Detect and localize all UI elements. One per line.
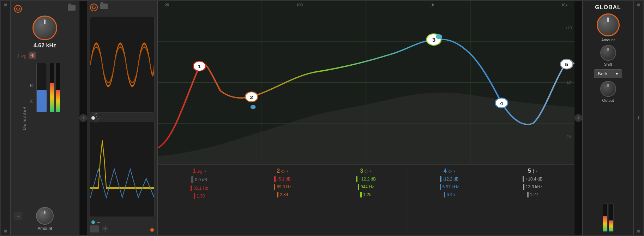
band-4-shape-icon[interactable]: ◇	[448, 168, 452, 174]
band-5-freq-row: 13.3 kHz	[493, 184, 573, 190]
de-esser-vertical-label: DE-ESSER	[23, 106, 26, 130]
filter-shape-active[interactable]: ₄╗	[21, 53, 26, 58]
add-plugin-left-button[interactable]: +	[79, 114, 87, 122]
band-4-freq-indicator	[440, 184, 441, 190]
de-esser-amount-label: Amount	[37, 226, 52, 231]
global-shift-knob[interactable]	[600, 45, 616, 61]
band-1-col: 1 ₄╗ ▾ 0.0 dB 36.1 Hz 1.30	[158, 165, 241, 235]
band-1-freq-row: 36.1 Hz	[159, 185, 239, 191]
fader-labels: - 10 20	[29, 63, 33, 112]
svg-text:3: 3	[432, 37, 435, 43]
band-3-q-row: 1.25	[326, 192, 406, 197]
global-amount-label: Amount	[601, 38, 615, 42]
arrow-circle-2	[91, 220, 95, 224]
eq5-folder-button[interactable]	[100, 4, 108, 9]
de-esser-power-button[interactable]	[14, 5, 22, 13]
strip-dot-top	[4, 4, 7, 6]
de-esser-key-button[interactable]: ⊸	[14, 212, 22, 220]
global-shift-label: Shift	[604, 62, 612, 66]
band-1-gain-indicator	[191, 176, 193, 183]
global-vu-left	[603, 203, 608, 232]
eq5-add-button[interactable]: +	[102, 225, 108, 232]
de-esser-freq-display: 4.62 kHz	[34, 42, 56, 49]
svg-text:1: 1	[198, 64, 201, 69]
de-esser-freq-knob[interactable]	[32, 16, 57, 40]
band-5-col: 5 ⟨ ▾ +10.4 dB 13.3 kHz 1.27	[491, 165, 574, 235]
band-3-gain-row: +12.2 dB	[326, 176, 406, 182]
band-2-col: 2 ◇ ▾ -5.1 dB 69.3 Hz 2.84	[241, 165, 324, 235]
band-5-shape-icon[interactable]: ⟨	[532, 168, 534, 174]
eq5-status-dot	[150, 228, 154, 232]
band-2-q[interactable]: 2.84	[280, 192, 288, 197]
band-3-freq-indicator	[358, 184, 359, 190]
eq5-power-button[interactable]	[90, 4, 98, 11]
both-label: Both	[598, 71, 607, 76]
filter-shape-low[interactable]: ∫	[18, 53, 19, 58]
eq-curve-display[interactable]: 20 100 1k 10k +20 -10 -20	[158, 1, 574, 165]
band-1-number: 1	[193, 168, 196, 174]
band-3-q-indicator	[360, 192, 362, 197]
eq5-window-button[interactable]	[90, 225, 99, 232]
svg-text:5: 5	[565, 62, 568, 67]
band-4-q[interactable]: 6.45	[447, 192, 455, 197]
fader-handle[interactable]	[37, 90, 47, 94]
add-plugin-right-button[interactable]: +	[574, 114, 582, 122]
band-2-shape-icon[interactable]: ◇	[281, 168, 285, 174]
band-5-freq[interactable]: 13.3 kHz	[526, 184, 542, 189]
band-4-gain[interactable]: -12.2 dB	[443, 177, 459, 182]
band-1-header: 1 ₄╗ ▾	[193, 168, 206, 174]
eq5-vertical-label: EQ-5	[94, 112, 98, 123]
global-amount-knob[interactable]	[597, 13, 620, 36]
band-1-gain[interactable]: 0.0 dB	[195, 177, 207, 182]
band-2-freq-row: 69.3 Hz	[242, 184, 323, 190]
de-esser-mute-button[interactable]: 🔇	[29, 52, 36, 59]
band-4-gain-row: -12.2 dB	[409, 176, 489, 182]
global-vu-bar-left	[603, 216, 607, 231]
band-2-q-indicator	[277, 192, 278, 197]
band-4-freq[interactable]: 5.97 kHz	[443, 184, 459, 189]
band-2-freq-indicator	[274, 184, 275, 190]
fader-track[interactable]	[36, 63, 47, 112]
eq5-arrow-right-2[interactable]: →	[90, 219, 155, 225]
key-icon: ⊸	[17, 214, 19, 218]
band-5-gain[interactable]: +10.4 dB	[525, 177, 542, 182]
band-1-freq[interactable]: 36.1 Hz	[193, 186, 208, 191]
eq-curve-svg: 1 2 3 4 5	[158, 1, 574, 164]
right-strip-plus[interactable]: +	[637, 114, 640, 122]
global-vu-bar-right	[609, 220, 613, 231]
band-2-freq[interactable]: 69.3 Hz	[277, 184, 291, 189]
both-dropdown[interactable]: Both ▾	[594, 69, 622, 78]
band-2-q-row: 2.84	[242, 192, 323, 197]
band-5-q[interactable]: 1.27	[530, 192, 538, 197]
band-1-dropdown[interactable]: ▾	[204, 169, 206, 173]
band-5-header: 5 ⟨ ▾	[528, 168, 537, 174]
global-output-label: Output	[602, 98, 614, 102]
eq5-panel: → → + EQ-5	[87, 1, 158, 235]
band-3-gain[interactable]: +12.2 dB	[359, 177, 376, 182]
de-esser-amount-knob[interactable]	[36, 207, 54, 225]
band-3-dropdown[interactable]: ▾	[370, 169, 372, 173]
band-4-dropdown[interactable]: ▾	[453, 169, 455, 173]
band-5-gain-row: +10.4 dB	[493, 176, 573, 182]
eq5-power-icon	[92, 6, 96, 9]
de-esser-folder-button[interactable]	[68, 5, 76, 11]
both-chevron-icon: ▾	[616, 71, 618, 76]
de-esser-vu-meters	[50, 63, 60, 112]
band-2-dropdown[interactable]: ▾	[287, 169, 288, 173]
band-5-dropdown[interactable]: ▾	[536, 169, 537, 173]
band-3-freq[interactable]: 944 Hz	[361, 184, 374, 189]
band-2-gain[interactable]: -5.1 dB	[277, 177, 291, 182]
eq5-arrow-right-1[interactable]: →	[90, 115, 155, 121]
band-3-shape-icon[interactable]: ◇	[365, 168, 368, 174]
band-1-freq-indicator	[191, 185, 192, 191]
svg-rect-0	[90, 17, 154, 112]
global-title: GLOBAL	[595, 4, 621, 11]
global-output-knob[interactable]	[600, 81, 616, 97]
band-4-q-row: 6.45	[409, 192, 489, 197]
band-1-shape-icon[interactable]: ₄╗	[197, 168, 203, 174]
strip-dot-bottom	[4, 230, 7, 232]
band-3-q[interactable]: 1.25	[363, 192, 371, 197]
band-2-sub-dot	[251, 105, 256, 109]
band-1-q[interactable]: 1.30	[197, 194, 205, 199]
arrow-icon-2: →	[96, 220, 101, 225]
